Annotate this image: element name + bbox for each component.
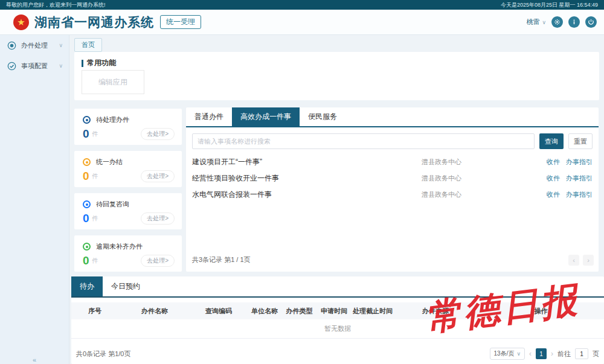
- todo-panel: 待办 今日预约 序号 办件名称 查询编码 单位名称 办件类型 申请时间 处理截止…: [71, 276, 604, 364]
- sidebar-item-item-config[interactable]: 事项配置 ∨: [0, 56, 69, 76]
- empty-state: 暂无数据: [71, 319, 604, 339]
- stat-card-pending-replies: 待回复咨询 0 件 去处理>: [74, 193, 182, 229]
- tab-efficient-one-thing[interactable]: 高效办成一件事: [232, 107, 300, 126]
- tab-home[interactable]: 首页: [74, 38, 102, 52]
- search-input[interactable]: [192, 133, 535, 149]
- welcome-bar: 尊敬的用户您好，欢迎来到一网通办系统! 今天是2025年08月25日 星期一 1…: [0, 0, 604, 10]
- col-query-code: 查询编码: [191, 307, 246, 316]
- stat-body: 0 件 去处理>: [74, 167, 182, 183]
- col-case-type: 办件类型: [283, 307, 316, 316]
- header-actions: 桃雷 ∨: [526, 16, 604, 28]
- item-name: 水电气网联合报装一件事: [192, 190, 422, 200]
- star-icon: ★: [17, 17, 25, 28]
- sidebar-collapse-icon[interactable]: «: [33, 356, 36, 363]
- chevron-down-icon: ∨: [59, 42, 63, 48]
- stat-body: 0 件 去处理>: [74, 124, 182, 141]
- sidebar: 办件处理 ∨ 事项配置 ∨ «: [0, 35, 69, 364]
- col-deadline: 处理截止时间: [352, 307, 393, 316]
- stat-body: 0 件 去处理>: [74, 209, 182, 225]
- stat-label: 统一办结: [96, 158, 123, 167]
- stat-count: 0: [83, 127, 89, 141]
- username-label: 桃雷: [526, 18, 539, 27]
- service-list: 建设项目开工“一件事” 澧县政务中心 收件 办事指引 经营性项目验收开业一件事 …: [186, 149, 599, 203]
- sidebar-item-case-processing[interactable]: 办件处理 ∨: [0, 35, 69, 56]
- todo-footer: 共0条记录 第1/0页 13条/页 ∨ ‹ 1 › 前往 页: [71, 348, 604, 360]
- col-case-name: 办件名称: [118, 307, 191, 316]
- list-item: 经营性项目验收开业一件事 澧县政务中心 收件 办事指引: [192, 170, 593, 187]
- todo-tabs: 待办 今日预约: [71, 276, 604, 298]
- chevron-down-icon: ∨: [516, 351, 521, 357]
- col-actions: 操作: [478, 307, 604, 316]
- receive-link[interactable]: 收件: [547, 174, 560, 183]
- logout-button[interactable]: [585, 16, 597, 28]
- case-processing-icon: [7, 41, 16, 50]
- prev-page-button[interactable]: ‹: [529, 350, 532, 358]
- main-content: 首页 常用功能 编辑应用 待处理办件 0 件 去处理> 统一办结: [69, 35, 604, 364]
- record-count-text: 共3条记录 第1 / 1页: [192, 255, 251, 264]
- tab-todo[interactable]: 待办: [71, 276, 103, 296]
- datetime-text: 今天是2025年08月25日 星期一 16:54:49: [501, 1, 598, 9]
- stat-header: 逾期未补齐办件: [74, 235, 182, 251]
- power-icon: [588, 19, 594, 25]
- list-item: 水电气网联合报装一件事 澧县政务中心 收件 办事指引: [192, 187, 593, 203]
- section-title-row: 常用功能: [74, 52, 599, 68]
- goto-page-input[interactable]: [575, 348, 588, 359]
- bullseye-icon: [83, 116, 91, 124]
- receive-link[interactable]: 收件: [547, 158, 560, 167]
- tab-normal-cases[interactable]: 普通办件: [186, 107, 232, 126]
- page-size-select[interactable]: 13条/页 ∨: [490, 348, 525, 360]
- title-accent-bar: [82, 60, 83, 67]
- stat-unit: 件: [92, 214, 98, 223]
- stat-card-unified-completed: 统一办结 0 件 去处理>: [74, 151, 182, 187]
- go-handle-button[interactable]: 去处理>: [141, 128, 175, 140]
- item-actions: 收件 办事指引: [547, 158, 593, 167]
- item-actions: 收件 办事指引: [547, 190, 593, 199]
- bullseye-icon: [83, 158, 91, 166]
- guide-link[interactable]: 办事指引: [566, 158, 593, 167]
- settings-button[interactable]: [551, 16, 563, 28]
- service-panel: 普通办件 高效办成一件事 便民服务 查询 重置 建设项目开工“一件事” 澧县政务…: [186, 107, 599, 272]
- item-actions: 收件 办事指引: [547, 174, 593, 183]
- app-window: 尊敬的用户您好，欢迎来到一网通办系统! 今天是2025年08月25日 星期一 1…: [0, 0, 604, 364]
- query-button[interactable]: 查询: [539, 133, 564, 149]
- service-pager: ‹ ›: [568, 255, 594, 266]
- app-title: 湖南省一网通办系统: [34, 14, 154, 31]
- reset-button[interactable]: 重置: [568, 133, 593, 149]
- sidebar-item-label: 办件处理: [21, 41, 48, 50]
- stat-unit: 件: [92, 130, 98, 138]
- gear-icon: [554, 19, 561, 25]
- sidebar-item-label: 事项配置: [21, 62, 48, 71]
- col-case-source: 办件来源: [393, 307, 478, 316]
- stat-card-pending-cases: 待处理办件 0 件 去处理>: [74, 109, 182, 145]
- go-handle-button[interactable]: 去处理>: [141, 255, 175, 267]
- prev-page-button[interactable]: ‹: [568, 255, 579, 266]
- item-org: 澧县政务中心: [422, 190, 512, 199]
- search-row: 查询 重置: [186, 127, 599, 149]
- stat-label: 待回复咨询: [96, 200, 129, 209]
- tab-today-appointments[interactable]: 今日预约: [103, 276, 149, 296]
- receive-link[interactable]: 收件: [547, 190, 560, 199]
- next-page-button[interactable]: ›: [583, 255, 594, 266]
- item-name: 经营性项目验收开业一件事: [192, 173, 422, 184]
- common-functions-title: 常用功能: [87, 58, 116, 68]
- stat-label: 待处理办件: [96, 115, 129, 124]
- info-button[interactable]: [568, 16, 580, 28]
- item-org: 澧县政务中心: [422, 174, 512, 183]
- go-handle-button[interactable]: 去处理>: [141, 170, 175, 182]
- go-handle-button[interactable]: 去处理>: [141, 212, 175, 225]
- chevron-down-icon: ∨: [542, 19, 546, 25]
- edit-apps-button[interactable]: 编辑应用: [82, 70, 144, 94]
- item-org: 澧县政务中心: [422, 158, 512, 167]
- guide-link[interactable]: 办事指引: [566, 174, 593, 183]
- user-menu[interactable]: 桃雷 ∨: [526, 18, 546, 27]
- stat-header: 统一办结: [74, 151, 182, 167]
- tab-convenience-services[interactable]: 便民服务: [300, 107, 345, 126]
- col-apply-time: 申请时间: [316, 307, 352, 316]
- stat-count: 0: [83, 254, 89, 267]
- page-number-button[interactable]: 1: [536, 348, 547, 359]
- national-emblem-logo: ★: [13, 14, 29, 30]
- guide-link[interactable]: 办事指引: [566, 190, 593, 199]
- next-page-button[interactable]: ›: [551, 350, 553, 358]
- chevron-left-icon: ‹: [573, 257, 575, 264]
- chevron-down-icon: ∨: [59, 63, 63, 69]
